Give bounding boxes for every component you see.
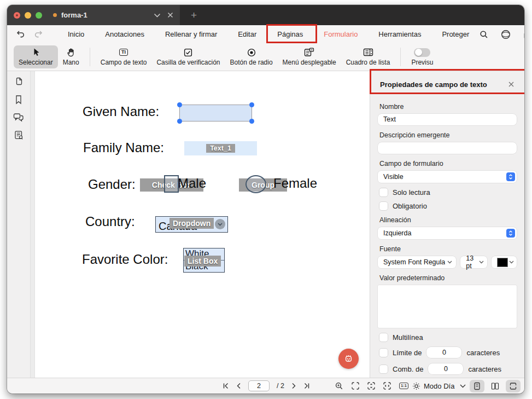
dropdown-arrow-icon[interactable] xyxy=(215,219,225,229)
given-name-label: Given Name: xyxy=(83,104,159,119)
multiline-label: Multilínea xyxy=(393,333,423,342)
char-limit-label: Límite de xyxy=(393,349,422,357)
name-input[interactable]: Text xyxy=(378,114,517,125)
minimize-window-button[interactable] xyxy=(25,12,31,19)
selection-handle-bottom-right[interactable] xyxy=(249,119,254,124)
toolbar-divider xyxy=(90,48,90,66)
readonly-checkbox[interactable] xyxy=(379,188,388,196)
page-total-label: / 2 xyxy=(277,382,284,390)
menu-item-editar[interactable]: Editar xyxy=(227,30,267,38)
menu-item-proteger[interactable]: Proteger xyxy=(431,30,480,38)
menu-item-anotaciones[interactable]: Anotaciones xyxy=(95,30,155,38)
font-size-select[interactable]: 13 pt xyxy=(460,256,487,268)
panel-close-icon[interactable] xyxy=(508,81,515,88)
tool-listbox[interactable]: Cuadro de lista xyxy=(341,45,395,68)
menu-item-formulario[interactable]: Formulario xyxy=(313,30,368,38)
listbox-field-badge: List Box xyxy=(184,256,221,267)
field-name-badge: Text_1 xyxy=(206,144,235,153)
day-mode-label: Modo Día xyxy=(424,382,454,390)
two-page-view-button[interactable] xyxy=(488,380,502,392)
fit-height-icon[interactable] xyxy=(367,382,375,390)
menu-item-paginas[interactable]: Páginas xyxy=(267,30,313,38)
zoom-icon[interactable] xyxy=(335,382,343,390)
tool-radio[interactable]: Botón de radio xyxy=(225,45,278,68)
zoom-window-button[interactable] xyxy=(36,12,42,19)
first-page-icon[interactable] xyxy=(223,383,229,389)
day-mode-control[interactable]: Modo Día xyxy=(412,378,466,394)
alignment-select[interactable]: Izquierda xyxy=(378,227,517,239)
list-box-field[interactable]: White Black List Box xyxy=(183,248,225,273)
char-limit-input[interactable]: 0 xyxy=(426,347,461,358)
statusbar: 2 / 2 1:1 xyxy=(7,378,524,394)
tooltip-input[interactable] xyxy=(378,142,517,154)
default-value-textarea[interactable] xyxy=(378,285,517,328)
support-globe-icon[interactable] xyxy=(501,30,511,39)
last-page-icon[interactable] xyxy=(303,383,310,389)
char-limit-row: Límite de 0 caracteres xyxy=(379,347,515,358)
new-tab-button[interactable]: + xyxy=(191,10,197,20)
current-page-input[interactable]: 2 xyxy=(248,380,270,391)
bookmarks-icon[interactable] xyxy=(14,95,23,105)
tab-close-icon[interactable] xyxy=(167,12,173,18)
panel-title: Propiedades de campo de texto xyxy=(380,80,487,89)
tool-dropdown[interactable]: Menú desplegable xyxy=(278,45,341,68)
selection-handle-top-right[interactable] xyxy=(249,102,254,107)
document-page[interactable]: Given Name: Family Name: Text_1 Gender: … xyxy=(31,71,370,378)
radio-button-icon xyxy=(247,48,256,57)
hand-icon xyxy=(67,48,75,57)
share-icon[interactable] xyxy=(523,30,524,39)
checkbox-field-outline[interactable] xyxy=(164,175,179,193)
gender-label: Gender: xyxy=(88,177,136,192)
fit-page-icon[interactable] xyxy=(352,382,359,390)
font-label: Fuente xyxy=(379,245,515,253)
document-tab[interactable]: forma-1 xyxy=(7,5,180,25)
tab-chevron-down-icon[interactable] xyxy=(154,13,161,18)
next-page-icon[interactable] xyxy=(291,383,296,389)
page-thumbnails-icon[interactable] xyxy=(14,77,24,86)
char-limit-checkbox[interactable] xyxy=(379,349,388,357)
menu-item-rellenar-y-firmar[interactable]: Rellenar y firmar xyxy=(155,30,227,38)
select-stepper-icon xyxy=(506,229,515,238)
fit-width-icon[interactable] xyxy=(383,382,391,390)
tool-select[interactable]: Seleccionar xyxy=(14,45,58,68)
titlebar: forma-1 + xyxy=(7,5,524,25)
single-page-view-button[interactable] xyxy=(470,380,484,392)
multiline-checkbox[interactable] xyxy=(379,333,388,342)
close-window-button[interactable] xyxy=(14,12,20,19)
annotation-summary-icon[interactable] xyxy=(14,130,24,140)
form-field-label: Campo de formulario xyxy=(379,160,515,167)
required-checkbox[interactable] xyxy=(379,202,388,210)
selection-handle-top-left[interactable] xyxy=(177,102,182,107)
selection-handle-bottom-left[interactable] xyxy=(177,119,182,124)
search-icon[interactable] xyxy=(480,30,488,39)
previous-page-icon[interactable] xyxy=(236,383,241,389)
continuous-scroll-view-button[interactable] xyxy=(506,380,521,392)
radio-field-outline[interactable] xyxy=(245,175,266,193)
visibility-select[interactable]: Visible xyxy=(378,171,517,183)
tool-checkbox[interactable]: Casilla de verificación xyxy=(151,45,225,68)
font-color-well[interactable] xyxy=(492,256,517,268)
sun-icon xyxy=(412,382,420,390)
actual-size-icon[interactable]: 1:1 xyxy=(399,383,408,390)
font-family-select[interactable]: System Font Regula xyxy=(378,256,456,268)
cursor-icon xyxy=(32,48,40,57)
redo-icon[interactable] xyxy=(34,30,43,38)
text-field-icon: TI xyxy=(119,48,128,57)
preview-toggle-switch[interactable] xyxy=(414,48,430,57)
dropdown-menu-icon xyxy=(304,48,314,57)
comb-checkbox[interactable] xyxy=(379,365,388,373)
menu-item-inicio[interactable]: Inicio xyxy=(57,30,95,38)
comb-input[interactable]: 0 xyxy=(428,363,463,374)
menu-item-herramientas[interactable]: Herramientas xyxy=(368,30,431,38)
dropdown-field[interactable]: Canada Dropdown xyxy=(155,216,228,233)
tool-text-field[interactable]: TI Campo de texto xyxy=(96,45,152,68)
undo-icon[interactable] xyxy=(16,30,25,38)
text-field-selected[interactable] xyxy=(179,105,252,122)
comments-icon[interactable] xyxy=(13,113,24,122)
tool-preview-toggle[interactable]: Previsu xyxy=(406,45,438,68)
assistant-robot-button[interactable] xyxy=(338,349,359,369)
tool-hand[interactable]: Mano xyxy=(58,45,84,68)
comb-suffix: caracteres xyxy=(468,365,501,373)
text-field-family[interactable]: Text_1 xyxy=(184,141,257,155)
comb-row: Comb. de 0 caracteres xyxy=(379,363,515,374)
